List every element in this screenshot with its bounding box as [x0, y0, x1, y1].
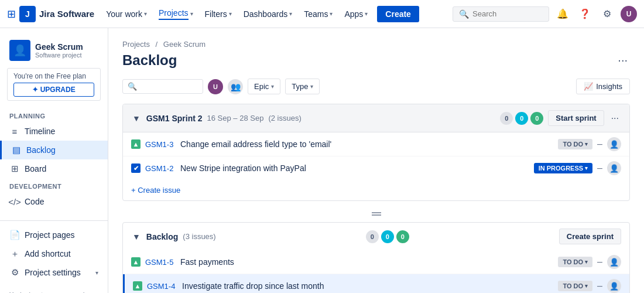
- sidebar-item-label: Backlog: [26, 145, 56, 155]
- backlog-title: Backlog: [146, 232, 178, 241]
- chevron-down-icon: ▾: [330, 11, 333, 17]
- settings-button[interactable]: ⚙: [598, 5, 616, 23]
- assignee-avatar[interactable]: 👤: [607, 279, 621, 293]
- project-info: Geek Scrum Software project: [35, 42, 83, 59]
- nav-your-work[interactable]: Your work ▾: [101, 7, 152, 21]
- page-title-row: Backlog ···: [122, 51, 630, 69]
- search-box[interactable]: 🔍: [453, 6, 549, 22]
- issue-key[interactable]: GSM1-5: [145, 258, 176, 267]
- dash-separator: –: [597, 281, 602, 291]
- status-badge[interactable]: TO DO ▾: [558, 281, 592, 291]
- chevron-down-icon: ▾: [95, 270, 98, 276]
- nav-apps[interactable]: Apps ▾: [340, 7, 372, 21]
- backlog-collapse-button[interactable]: ▼: [131, 232, 142, 241]
- team-filter-avatar[interactable]: 👥: [228, 79, 243, 94]
- sidebar-item-timeline[interactable]: ≡ Timeline: [0, 122, 108, 141]
- plan-box: You're on the Free plan ✦ UPGRADE: [7, 68, 101, 101]
- issue-key[interactable]: GSM1-4: [147, 282, 177, 291]
- nav-teams[interactable]: Teams ▾: [299, 7, 337, 21]
- start-sprint-button[interactable]: Start sprint: [548, 110, 604, 126]
- assignee-avatar[interactable]: 👤: [607, 255, 621, 269]
- upgrade-button[interactable]: ✦ UPGRADE: [13, 83, 94, 97]
- issue-summary[interactable]: Change email address field type to 'emai…: [180, 139, 553, 149]
- breadcrumb-projects[interactable]: Projects: [122, 40, 150, 49]
- brand-name: Jira Software: [39, 9, 94, 19]
- sprint-more-button[interactable]: ···: [609, 113, 621, 124]
- toolbar: 🔍 U 👥 Epic ▾ Type ▾ 📈 Insights: [122, 79, 630, 94]
- badge-todo: 0: [366, 230, 379, 243]
- badge-inprogress: 0: [381, 230, 394, 243]
- backlog-header: ▼ Backlog (3 issues) 0 0 0 Create sprint: [123, 223, 629, 250]
- search-input[interactable]: [472, 9, 543, 18]
- search-icon: 🔍: [459, 9, 469, 19]
- backlog-search[interactable]: 🔍: [122, 79, 203, 94]
- development-section-label: DEVELOPMENT: [0, 178, 108, 192]
- top-navigation: ⊞ J Jira Software Your work ▾ Projects ▾…: [0, 0, 644, 28]
- chevron-down-icon: ▾: [144, 11, 147, 17]
- sprint-header: ▼ GSM1 Sprint 2 16 Sep – 28 Sep (2 issue…: [123, 104, 629, 132]
- breadcrumb-project-name[interactable]: Geek Scrum: [163, 40, 205, 49]
- notifications-button[interactable]: 🔔: [554, 5, 571, 23]
- sprint-section: ▼ GSM1 Sprint 2 16 Sep – 28 Sep (2 issue…: [122, 104, 630, 201]
- issue-type-icon: ▲: [133, 281, 142, 291]
- status-badge[interactable]: TO DO ▾: [558, 139, 592, 149]
- sidebar: 👤 Geek Scrum Software project You're on …: [0, 28, 108, 293]
- create-sprint-issue-button[interactable]: + Create issue: [123, 180, 629, 200]
- main-content: Projects / Geek Scrum Backlog ··· 🔍 U 👥 …: [108, 28, 644, 293]
- backlog-icon: ▤: [11, 145, 22, 155]
- grid-icon[interactable]: ⊞: [7, 8, 16, 21]
- assignee-avatar[interactable]: 👤: [607, 161, 621, 175]
- status-badge[interactable]: TO DO ▾: [558, 257, 592, 267]
- sprint-issue-count: (2 issues): [268, 114, 301, 122]
- table-row: ▲ GSM1-5 Fast payments TO DO ▾ – 👤: [123, 250, 629, 274]
- sprint-collapse-button[interactable]: ▼: [131, 114, 142, 123]
- user-filter-avatar[interactable]: U: [208, 79, 223, 94]
- sidebar-item-board[interactable]: ⊞ Board: [0, 159, 108, 178]
- planning-section-label: PLANNING: [0, 108, 108, 122]
- backlog-issue-count: (3 issues): [183, 232, 215, 241]
- sidebar-item-project-pages[interactable]: 📄 Project pages: [0, 226, 108, 244]
- backlog-search-input[interactable]: [139, 82, 198, 91]
- sidebar-item-backlog[interactable]: ▤ Backlog: [0, 141, 108, 159]
- nav-projects[interactable]: Projects ▾: [154, 6, 198, 22]
- sidebar-item-code[interactable]: </> Code: [0, 192, 108, 211]
- assignee-avatar[interactable]: 👤: [607, 137, 621, 151]
- nav-dashboards[interactable]: Dashboards ▾: [239, 7, 297, 21]
- create-button[interactable]: Create: [377, 6, 419, 22]
- resize-handle[interactable]: [122, 208, 630, 220]
- issue-summary[interactable]: New Stripe integration with PayPal: [180, 163, 529, 173]
- jira-logo-icon: J: [19, 6, 36, 22]
- insights-button[interactable]: 📈 Insights: [576, 79, 630, 94]
- sidebar-project: 👤 Geek Scrum Software project: [0, 35, 108, 68]
- epic-filter-button[interactable]: Epic ▾: [248, 79, 280, 94]
- pages-icon: 📄: [9, 230, 20, 240]
- issue-type-icon: ✔: [131, 163, 141, 173]
- user-avatar[interactable]: U: [621, 6, 637, 22]
- sprint-badges: 0 0 0: [500, 112, 543, 125]
- sidebar-item-label: Project settings: [25, 268, 81, 277]
- status-badge[interactable]: IN PROGRESS ▾: [534, 163, 592, 173]
- type-filter-button[interactable]: Type ▾: [285, 79, 320, 94]
- sidebar-footer: You're in a team-managed project Learn m…: [0, 282, 108, 293]
- sidebar-item-project-settings[interactable]: ⚙ Project settings ▾: [0, 263, 108, 282]
- search-icon: 🔍: [128, 82, 137, 91]
- sidebar-item-label: Add shortcut: [25, 249, 71, 258]
- more-options-button[interactable]: ···: [615, 51, 630, 69]
- sidebar-item-add-shortcut[interactable]: ＋ Add shortcut: [0, 244, 108, 263]
- issue-key[interactable]: GSM1-2: [145, 164, 176, 173]
- chevron-down-icon: ▾: [229, 11, 232, 17]
- chevron-down-icon: ▾: [585, 259, 588, 265]
- table-row: ▲ GSM1-3 Change email address field type…: [123, 132, 629, 156]
- project-icon: 👤: [9, 40, 30, 61]
- issue-summary[interactable]: Fast payments: [180, 257, 553, 267]
- issue-summary[interactable]: Investigate traffic drop since last mont…: [182, 281, 553, 291]
- sidebar-item-label: Code: [25, 197, 44, 206]
- badge-todo: 0: [500, 112, 513, 125]
- create-sprint-button[interactable]: Create sprint: [559, 229, 621, 244]
- logo-area: ⊞ J Jira Software: [7, 6, 94, 22]
- sidebar-bottom-divider: [0, 220, 108, 226]
- table-row: ✔ GSM1-2 New Stripe integration with Pay…: [123, 156, 629, 180]
- help-button[interactable]: ❓: [576, 5, 594, 23]
- nav-filters[interactable]: Filters ▾: [200, 7, 237, 21]
- issue-key[interactable]: GSM1-3: [145, 140, 176, 149]
